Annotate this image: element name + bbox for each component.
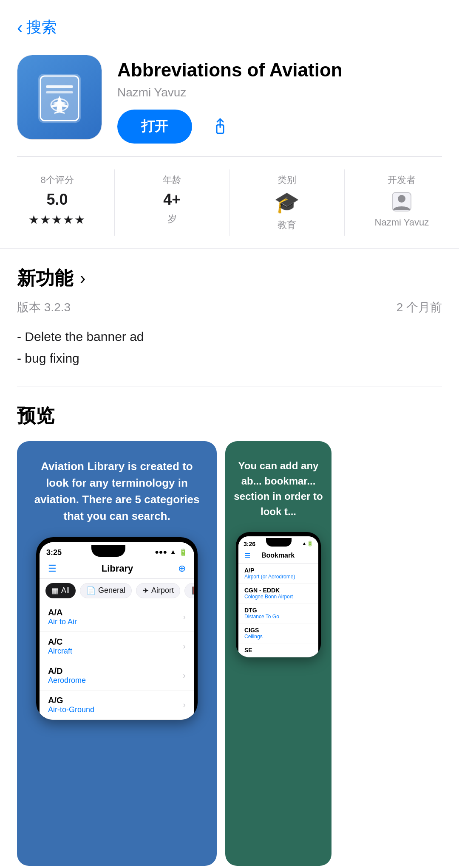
list-chevron-2: ›: [183, 641, 186, 651]
list-item-4-abbr: A/G: [48, 696, 94, 705]
filter-tabs-1: ▦All 📄General ✈Airport 📕FCOM/FCTN: [40, 579, 194, 603]
stat-stars: ★★★★★: [28, 213, 86, 227]
phone-nav-bar-2: ☰ Bookmark: [238, 547, 318, 564]
filter-general[interactable]: 📄General: [80, 583, 132, 598]
preview-section: 预览 Aviation Library is created to look f…: [0, 386, 459, 868]
preview-title: 预览: [17, 403, 442, 428]
phone-screen-1: 3:25 ●●● ▲ 🔋 ☰ Library ⊕: [40, 542, 194, 720]
app-header: Abbreviations of Aviation Nazmi Yavuz 打开: [0, 46, 459, 156]
list-chevron-3: ›: [183, 671, 186, 680]
svg-point-7: [398, 195, 405, 203]
bookmark-item-2[interactable]: CGN - EDDK Cologne Bonn Airport: [238, 583, 318, 603]
bookmark-3-full: Distance To Go: [244, 614, 312, 620]
changelog: - Delete the banner ad - bug fixing: [17, 326, 442, 369]
bookmark-1-full: Airport (or Aerodrome): [244, 574, 312, 580]
phone-screen-2: 3:26 ▲🔋 ☰ Bookmark: [238, 536, 318, 657]
bookmark-item-4[interactable]: CIGS Ceilings: [238, 623, 318, 643]
person-icon: [391, 191, 413, 213]
stat-age-sub: 岁: [167, 213, 177, 225]
svg-rect-3: [46, 91, 73, 93]
whats-new-section: 新功能 › 版本 3.2.3 2 个月前 - Delete the banner…: [0, 249, 459, 378]
version-row: 版本 3.2.3 2 个月前: [17, 299, 442, 316]
stat-rating-label: 8个评分: [41, 174, 74, 186]
stat-age-label: 年龄: [163, 174, 181, 186]
phone-menu-icon-2: ☰: [244, 552, 250, 560]
stat-age-value: 4+: [163, 191, 181, 209]
app-developer: Nazmi Yavuz: [117, 86, 442, 99]
bookmark-5-abbr: SE: [244, 647, 312, 654]
screenshot-2: You can add any ab... bookmar... section…: [225, 441, 332, 866]
app-title: Abbreviations of Aviation: [117, 59, 442, 82]
stat-developer-value: Nazmi Yavuz: [375, 217, 429, 228]
back-label: 搜索: [26, 17, 57, 38]
phone-menu-icon: ☰: [48, 563, 57, 574]
phone-add-icon: ⊕: [178, 563, 186, 574]
bookmark-2-abbr: CGN - EDDK: [244, 587, 312, 594]
phone-mockup-2: 3:26 ▲🔋 ☰ Bookmark: [236, 532, 321, 657]
changelog-item-1: - Delete the banner ad: [17, 326, 442, 347]
filter-airport[interactable]: ✈Airport: [136, 583, 180, 598]
bookmark-1-abbr: A/P: [244, 567, 312, 574]
phone-notch-2: [266, 538, 292, 547]
screenshots-row: Aviation Library is created to look for …: [17, 441, 442, 866]
svg-rect-2: [46, 85, 73, 88]
stat-rating-value: 5.0: [47, 191, 68, 209]
version-label: 版本 3.2.3: [17, 299, 71, 316]
bookmark-3-abbr: DTG: [244, 607, 312, 614]
whats-new-arrow[interactable]: ›: [80, 269, 85, 288]
list-item-4[interactable]: A/G Air-to-Ground ›: [40, 690, 194, 720]
list-item-1-abbr: A/A: [48, 608, 77, 617]
app-info: Abbreviations of Aviation Nazmi Yavuz 打开: [117, 55, 442, 144]
bookmark-item-5[interactable]: SE: [238, 643, 318, 657]
list-item-1[interactable]: A/A Air to Air ›: [40, 603, 194, 632]
stats-row: 8个评分 5.0 ★★★★★ 年龄 4+ 岁 类别 🎓 教育 开发者 Nazmi…: [0, 157, 459, 249]
stat-category-value: 教育: [278, 219, 296, 231]
phone-notch-1: [91, 545, 125, 557]
list-item-3[interactable]: A/D Aerodrome ›: [40, 661, 194, 690]
bookmark-item-1[interactable]: A/P Airport (or Aerodrome): [238, 564, 318, 583]
app-icon: [17, 55, 102, 140]
phone-nav-title-1: Library: [102, 563, 133, 574]
list-item-2[interactable]: A/C Aircraft ›: [40, 632, 194, 661]
screenshot-1-bg: Aviation Library is created to look for …: [17, 441, 217, 866]
share-icon: [209, 116, 231, 138]
stat-age: 年龄 4+ 岁: [115, 169, 230, 236]
filter-fcom[interactable]: 📕FCOM/FCTN: [184, 583, 194, 598]
phone-nav-bar-1: ☰ Library ⊕: [40, 557, 194, 579]
filter-all[interactable]: ▦All: [45, 583, 76, 598]
bookmark-4-full: Ceilings: [244, 634, 312, 640]
list-item-1-full: Air to Air: [48, 617, 77, 626]
screenshot-2-bg: You can add any ab... bookmar... section…: [225, 441, 332, 866]
screenshot-1-caption: Aviation Library is created to look for …: [30, 458, 204, 524]
bookmark-item-3[interactable]: DTG Distance To Go: [238, 603, 318, 623]
app-icon-svg: [30, 68, 89, 127]
whats-new-header: 新功能 ›: [17, 266, 442, 291]
graduation-cap-icon: 🎓: [274, 191, 300, 214]
whats-new-title: 新功能: [17, 266, 73, 291]
list-chevron-4: ›: [183, 700, 186, 710]
back-button[interactable]: ‹ 搜索: [17, 17, 57, 38]
phone-nav-title-2: Bookmark: [261, 552, 295, 559]
phone-mockup-1: 3:25 ●●● ▲ 🔋 ☰ Library ⊕: [36, 537, 198, 720]
stat-category-label: 类别: [278, 174, 296, 186]
screenshot-2-caption: You can add any ab... bookmar... section…: [232, 458, 325, 519]
nav-bar: ‹ 搜索: [0, 0, 459, 46]
list-item-3-full: Aerodrome: [48, 676, 86, 685]
stat-developer: 开发者 Nazmi Yavuz: [345, 169, 459, 236]
bookmark-2-full: Cologne Bonn Airport: [244, 594, 312, 600]
back-chevron-icon: ‹: [17, 19, 23, 37]
list-item-3-abbr: A/D: [48, 666, 86, 676]
open-button[interactable]: 打开: [117, 110, 192, 144]
stat-developer-label: 开发者: [388, 174, 416, 186]
screenshot-1: Aviation Library is created to look for …: [17, 441, 217, 866]
list-chevron-1: ›: [183, 612, 186, 622]
changelog-item-2: - bug fixing: [17, 347, 442, 369]
share-button[interactable]: [209, 116, 231, 138]
stat-category: 类别 🎓 教育: [230, 169, 345, 236]
list-item-2-abbr: A/C: [48, 637, 72, 647]
bookmark-4-abbr: CIGS: [244, 627, 312, 634]
version-date: 2 个月前: [397, 299, 442, 316]
list-item-4-full: Air-to-Ground: [48, 705, 94, 714]
list-item-2-full: Aircraft: [48, 647, 72, 656]
stat-rating: 8个评分 5.0 ★★★★★: [0, 169, 115, 236]
